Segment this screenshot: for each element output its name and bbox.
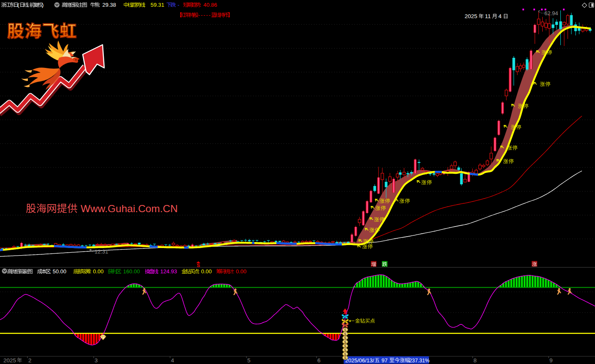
svg-text:(: (	[18, 2, 20, 8]
svg-text:Www.Guhai.Com.CN: Www.Guhai.Com.CN	[81, 203, 178, 214]
svg-text:$: $	[344, 356, 346, 360]
svg-text:--: --	[351, 318, 354, 324]
svg-text:4: 4	[498, 13, 502, 19]
svg-text:: 124.93: : 124.93	[157, 268, 177, 275]
svg-text::: :	[200, 2, 201, 8]
svg-text:11: 11	[485, 13, 491, 19]
svg-text:2025: 2025	[465, 13, 477, 19]
svg-text:59.31: 59.31	[151, 2, 165, 8]
svg-text:2025: 2025	[3, 357, 16, 364]
svg-text:: 0.00: : 0.00	[233, 268, 247, 275]
svg-text:$: $	[344, 348, 346, 352]
svg-text:: 160.00: : 160.00	[120, 268, 140, 275]
svg-text:2: 2	[28, 357, 32, 364]
svg-text:9: 9	[549, 357, 553, 364]
svg-text:6: 6	[317, 357, 321, 364]
svg-text:-----: -----	[198, 12, 211, 18]
svg-text:4: 4	[171, 357, 174, 364]
svg-text:: -: : -	[175, 2, 180, 8]
svg-text:2025/06/13/: 2025/06/13/	[345, 357, 374, 364]
svg-text:5: 5	[247, 357, 251, 364]
svg-text:$: $	[344, 332, 346, 336]
svg-text:.: .	[28, 2, 30, 8]
svg-text:$: $	[344, 340, 346, 344]
svg-text:3: 3	[95, 357, 98, 364]
svg-text::: :	[98, 2, 100, 8]
svg-text:12.31: 12.31	[95, 248, 108, 255]
svg-text:40.86: 40.86	[203, 2, 217, 8]
svg-text:: 0.00: : 0.00	[90, 268, 104, 275]
svg-text:29.38: 29.38	[103, 2, 116, 8]
svg-text:): )	[42, 2, 43, 8]
svg-text:$: $	[344, 344, 346, 348]
svg-text::: :	[144, 2, 146, 8]
svg-text:$: $	[344, 328, 346, 332]
svg-text:237.31%: 237.31%	[409, 358, 430, 364]
svg-text:97: 97	[381, 357, 387, 364]
svg-text:: 0.00: : 0.00	[198, 268, 212, 275]
svg-text:8: 8	[473, 357, 477, 364]
svg-text:: 50.00: : 50.00	[50, 268, 67, 275]
svg-text:$: $	[344, 336, 346, 340]
svg-text:62.94: 62.94	[544, 10, 558, 16]
